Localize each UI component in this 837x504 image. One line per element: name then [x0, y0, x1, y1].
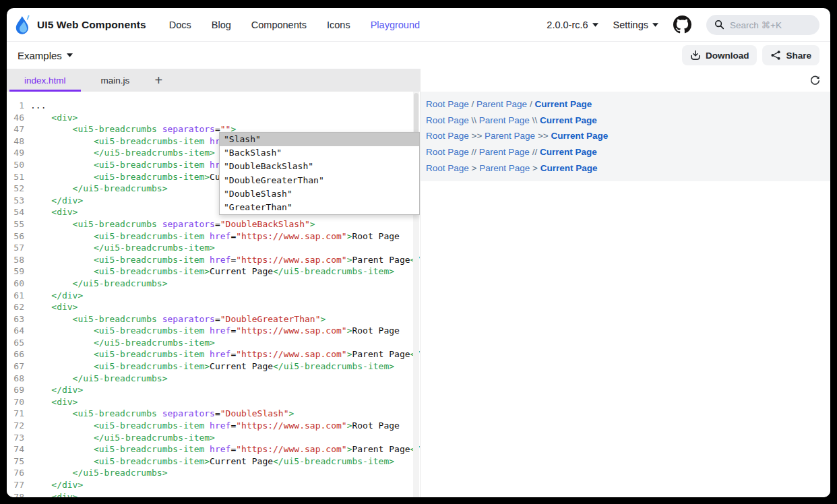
line-number: 53	[7, 195, 24, 207]
code-line: 57 </ui5-breadcrumbs-item>	[7, 242, 420, 254]
code-line: 76 </ui5-breadcrumbs>	[7, 467, 420, 479]
breadcrumb-current: Current Page	[551, 131, 608, 141]
line-number: 56	[7, 230, 24, 243]
code-area[interactable]: 1...46 <div>47 <ui5-breadcrumbs separato…	[7, 92, 420, 497]
add-tab-button[interactable]: +	[147, 69, 170, 92]
nav-blog[interactable]: Blog	[212, 20, 231, 30]
code-line: 74 <ui5-breadcrumbs-item href="https://w…	[7, 443, 420, 455]
breadcrumb: Root Page // Parent Page // Current Page	[426, 144, 825, 160]
download-icon	[690, 50, 701, 61]
line-number: 73	[7, 432, 24, 444]
tab-index-html[interactable]: index.html	[7, 69, 84, 92]
breadcrumb: Root Page / Parent Page / Current Page	[426, 96, 825, 113]
code-line: 77 </div>	[7, 479, 420, 491]
settings-label: Settings	[613, 20, 648, 30]
line-number: 54	[7, 206, 24, 218]
tab-label: main.js	[101, 75, 130, 86]
line-number: 62	[7, 301, 24, 313]
header-right: 2.0.0-rc.6 Settings Search ⌘+K	[547, 15, 819, 35]
preview-content: Root Page / Parent Page / Current PageRo…	[421, 92, 830, 181]
share-label: Share	[786, 51, 811, 61]
app-window: UI5 Web Components DocsBlogComponentsIco…	[7, 8, 830, 497]
line-number: 64	[7, 325, 24, 337]
breadcrumb-link[interactable]: Root Page	[426, 99, 469, 109]
nav-playground[interactable]: Playground	[371, 20, 420, 30]
share-icon	[770, 50, 781, 61]
download-button[interactable]: Download	[682, 45, 757, 65]
line-number: 71	[7, 408, 24, 420]
main-area: index.html main.js + 1...46 <div>47 <ui5…	[7, 69, 830, 497]
code-editor-pane: index.html main.js + 1...46 <div>47 <ui5…	[7, 69, 420, 497]
code-line: 73 </ui5-breadcrumbs-item>	[7, 432, 420, 444]
autocomplete-item[interactable]: "Slash"	[220, 133, 419, 146]
autocomplete-item[interactable]: "DoubleSlash"	[220, 187, 419, 201]
share-button[interactable]: Share	[762, 45, 819, 65]
breadcrumb-current: Current Page	[534, 99, 592, 109]
chevron-down-icon	[67, 53, 73, 57]
tab-main-js[interactable]: main.js	[84, 69, 148, 92]
ui5-flame-logo-icon	[13, 15, 32, 35]
code-line: 61 </div>	[7, 290, 420, 302]
breadcrumb-separator: \\	[469, 115, 479, 125]
breadcrumb-separator: >>	[469, 131, 485, 141]
version-dropdown[interactable]: 2.0.0-rc.6	[547, 20, 598, 30]
brand-home-link[interactable]: UI5 Web Components	[13, 15, 146, 35]
line-number: 65	[7, 337, 24, 349]
nav-docs[interactable]: Docs	[169, 20, 191, 30]
refresh-button[interactable]	[809, 75, 821, 86]
tab-label: index.html	[24, 75, 66, 86]
breadcrumb-link[interactable]: Root Page	[426, 131, 469, 141]
code-line: 71 <ui5-breadcrumbs separators="DoubleSl…	[7, 408, 420, 420]
chevron-down-icon	[652, 23, 658, 27]
preview-toolbar	[421, 69, 830, 92]
search-placeholder: Search ⌘+K	[730, 20, 782, 30]
search-input[interactable]: Search ⌘+K	[706, 15, 819, 35]
code-line: 64 <ui5-breadcrumbs-item href="https://w…	[7, 325, 420, 337]
download-label: Download	[706, 51, 749, 61]
breadcrumb-separator: //	[469, 147, 479, 157]
breadcrumb-link[interactable]: Parent Page	[476, 99, 527, 109]
code-line: 58 <ui5-breadcrumbs-item href="https://w…	[7, 254, 420, 266]
nav-components[interactable]: Components	[251, 20, 307, 30]
breadcrumb-separator: >>	[535, 131, 551, 141]
breadcrumb-link[interactable]: Root Page	[426, 115, 469, 125]
line-number: 1	[7, 100, 24, 112]
breadcrumb-separator: /	[527, 99, 534, 109]
breadcrumb-link[interactable]: Parent Page	[479, 147, 530, 157]
breadcrumb-link[interactable]: Parent Page	[479, 163, 530, 173]
breadcrumb-current: Current Page	[540, 147, 597, 157]
line-number: 52	[7, 183, 24, 195]
code-line: 68 </ui5-breadcrumbs>	[7, 373, 420, 385]
refresh-icon	[809, 75, 821, 86]
code-line: 72 <ui5-breadcrumbs-item href="https://w…	[7, 420, 420, 432]
breadcrumb-link[interactable]: Root Page	[426, 163, 469, 173]
breadcrumb-separator: //	[530, 147, 540, 157]
github-icon	[673, 15, 691, 34]
nav-icons[interactable]: Icons	[327, 20, 350, 30]
examples-dropdown[interactable]: Examples	[18, 50, 73, 61]
autocomplete-item[interactable]: "BackSlash"	[220, 146, 419, 160]
code-line: 46 <div>	[7, 112, 420, 124]
line-number: 74	[7, 443, 24, 455]
breadcrumb-separator: \\	[530, 115, 540, 125]
examples-toolbar: Examples Download Share	[7, 42, 830, 69]
line-number: 63	[7, 313, 24, 325]
autocomplete-item[interactable]: "DoubleGreaterThan"	[220, 174, 419, 187]
code-line: 65 </ui5-breadcrumbs-item>	[7, 337, 420, 349]
github-link[interactable]	[673, 15, 691, 34]
chevron-down-icon	[592, 23, 598, 27]
version-label: 2.0.0-rc.6	[547, 20, 588, 30]
breadcrumb-separator: >	[469, 163, 479, 173]
breadcrumb-link[interactable]: Parent Page	[479, 115, 530, 125]
autocomplete-item[interactable]: "GreaterThan"	[220, 201, 419, 214]
breadcrumb-link[interactable]: Parent Page	[485, 131, 535, 141]
autocomplete-item[interactable]: "DoubleBackSlash"	[220, 160, 419, 173]
breadcrumb-current: Current Page	[540, 115, 597, 125]
breadcrumb-link[interactable]: Root Page	[426, 147, 469, 157]
code-line: 69 </div>	[7, 384, 420, 396]
settings-dropdown[interactable]: Settings	[613, 20, 658, 30]
line-number: 77	[7, 479, 24, 491]
top-navbar: UI5 Web Components DocsBlogComponentsIco…	[7, 8, 830, 42]
code-line: 60 </ui5-breadcrumbs>	[7, 278, 420, 290]
breadcrumb-current: Current Page	[540, 163, 598, 173]
